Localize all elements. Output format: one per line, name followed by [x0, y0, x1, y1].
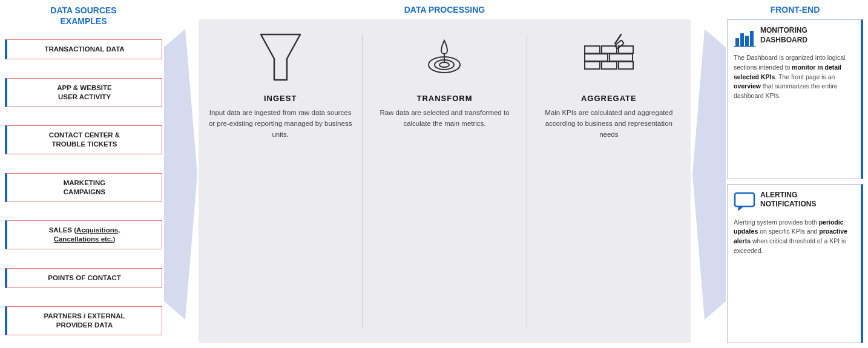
svg-marker-1: [261, 34, 300, 80]
svg-rect-17: [735, 38, 739, 46]
processing-steps-box: INGEST Input data are ingested from raw …: [199, 19, 691, 343]
right-item-monitoring: MONITORINGDASHBOARD The Dashboard is org…: [727, 19, 863, 179]
middle-column: DATA PROCESSING INGEST Input data are in…: [199, 5, 691, 343]
step-ingest: INGEST Input data are ingested from raw …: [202, 28, 359, 334]
alerting-desc: Alerting system provides both periodic u…: [734, 218, 855, 256]
ripple-icon: [420, 31, 469, 86]
svg-rect-13: [619, 46, 633, 53]
ingest-icon-area: [258, 28, 303, 89]
left-title: DATA SOURCESEXAMPLES: [5, 5, 162, 27]
source-item-contact-center: CONTACT CENTER &TROUBLE TICKETS: [5, 125, 162, 154]
divider-1: [362, 34, 363, 328]
transform-desc: Raw data are selected and transformed to…: [372, 108, 517, 130]
alerting-title: ALERTINGNOTIFICATIONS: [760, 191, 816, 209]
monitoring-desc: The Dashboard is organized into logical …: [734, 53, 855, 101]
source-items-list: TRANSACTIONAL DATA APP & WEBSITEUSER ACT…: [5, 31, 162, 343]
source-item-transactional: TRANSACTIONAL DATA: [5, 39, 162, 59]
ingest-title: INGEST: [264, 94, 297, 103]
svg-rect-11: [585, 46, 600, 53]
source-item-marketing: MARKETINGCAMPAIGNS: [5, 173, 162, 202]
right-item-alerting: ALERTINGNOTIFICATIONS Alerting system pr…: [727, 184, 863, 344]
svg-marker-0: [164, 29, 197, 320]
source-item-app-website: APP & WEBSITEUSER ACTIVITY: [5, 78, 162, 107]
svg-rect-20: [750, 31, 754, 46]
transform-icon-area: [420, 28, 469, 89]
middle-title: DATA PROCESSING: [199, 5, 691, 15]
monitoring-header: MONITORINGDASHBOARD: [734, 26, 855, 50]
svg-rect-19: [745, 36, 749, 46]
svg-rect-6: [585, 62, 600, 69]
svg-rect-12: [602, 46, 617, 53]
svg-rect-8: [619, 62, 633, 69]
svg-rect-22: [735, 193, 754, 206]
alerting-header: ALERTINGNOTIFICATIONS: [734, 191, 855, 215]
step-aggregate: AGGREGATE Main KPIs are calculated and a…: [530, 28, 688, 334]
right-column: FRONT-END MONITORINGDASHBOARD: [727, 5, 863, 343]
chart-bar-icon: [734, 26, 755, 50]
left-to-middle-arrow: [162, 5, 199, 343]
left-column: DATA SOURCESEXAMPLES TRANSACTIONAL DATA …: [5, 5, 162, 343]
monitoring-title: MONITORINGDASHBOARD: [760, 26, 807, 45]
funnel-icon: [258, 31, 303, 86]
svg-marker-16: [692, 29, 726, 320]
transform-title: TRANSFORM: [416, 94, 472, 103]
aggregate-desc: Main KPIs are calculated and aggregated …: [536, 108, 682, 140]
svg-rect-7: [602, 62, 617, 69]
chat-icon: [734, 191, 755, 215]
wall-icon: [582, 31, 636, 86]
right-title: FRONT-END: [727, 5, 863, 15]
right-items-list: MONITORINGDASHBOARD The Dashboard is org…: [727, 19, 863, 343]
ingest-desc: Input data are ingested from raw data so…: [208, 108, 353, 140]
svg-rect-9: [585, 54, 608, 61]
step-transform: TRANSFORM Raw data are selected and tran…: [366, 28, 523, 334]
page-container: DATA SOURCESEXAMPLES TRANSACTIONAL DATA …: [0, 0, 868, 348]
source-item-sales: SALES (Acquisitions,Cancellations etc.): [5, 220, 162, 249]
aggregate-icon-area: [582, 28, 636, 89]
source-item-points: POINTS OF CONTACT: [5, 268, 162, 288]
svg-rect-18: [740, 33, 744, 46]
svg-point-2: [439, 62, 449, 67]
source-item-partners: PARTNERS / EXTERNALPROVIDER DATA: [5, 306, 162, 335]
divider-2: [527, 34, 527, 328]
aggregate-title: AGGREGATE: [581, 94, 637, 103]
svg-rect-10: [610, 54, 633, 61]
middle-to-right-arrow: [691, 5, 727, 343]
